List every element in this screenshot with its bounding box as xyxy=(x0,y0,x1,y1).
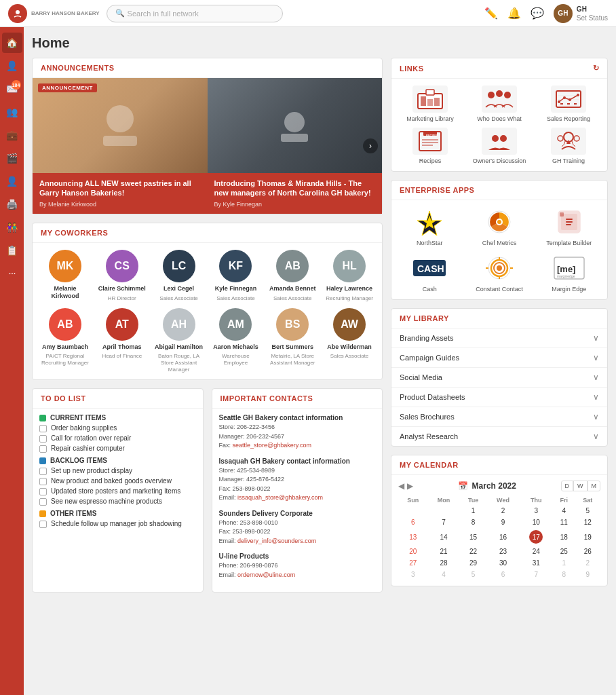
cal-day[interactable]: 24 xyxy=(519,546,553,557)
cal-day[interactable]: 9 xyxy=(487,516,520,528)
sidebar-item-print[interactable]: 🖨️ xyxy=(2,194,22,214)
todo-checkbox-6[interactable] xyxy=(39,488,47,495)
todo-checkbox-5[interactable] xyxy=(39,478,47,485)
cal-day[interactable]: 29 xyxy=(460,557,487,569)
cal-day[interactable]: 4 xyxy=(553,505,575,516)
sidebar-item-home[interactable]: 🏠 xyxy=(2,33,22,53)
coworker-abe[interactable]: AW Abe Wilderman Sales Associate xyxy=(324,308,375,373)
cal-day[interactable]: 3 xyxy=(519,505,553,516)
link-sales-reporting[interactable]: Sales Reporting xyxy=(537,86,600,122)
link-gh-training[interactable]: GH Training xyxy=(537,128,600,164)
sounders-email[interactable]: delivery_info@sounders.com xyxy=(237,538,316,544)
coworker-april[interactable]: AT April Thomas Head of Finance xyxy=(96,308,148,373)
link-recipes[interactable]: RECIPES Recipes xyxy=(398,128,462,164)
app-cash[interactable]: CASH Cash xyxy=(398,253,461,293)
cal-day[interactable]: 8 xyxy=(553,569,575,580)
link-who-does-what[interactable]: Who Does What xyxy=(467,86,531,122)
library-item-product[interactable]: Product Datasheets ∨ xyxy=(391,388,607,407)
cal-day[interactable]: 21 xyxy=(428,546,460,557)
cal-day[interactable]: 27 xyxy=(398,557,428,569)
cal-day[interactable]: 9 xyxy=(575,569,600,580)
todo-checkbox-3[interactable] xyxy=(39,445,47,453)
app-chef-metrics[interactable]: Chef Metrics xyxy=(468,207,531,246)
bell-icon[interactable]: 🔔 xyxy=(507,7,521,20)
calendar-next-button[interactable]: ▶ xyxy=(407,481,413,491)
coworker-lexi[interactable]: LC Lexi Cegel Sales Associate xyxy=(153,250,205,303)
todo-checkbox-1[interactable] xyxy=(39,425,47,432)
cal-day[interactable]: 3 xyxy=(398,569,428,580)
edit-icon[interactable]: ✏️ xyxy=(484,7,498,20)
coworker-melanie[interactable]: MK Melanie Kirkwood xyxy=(39,250,91,303)
user-avatar-area[interactable]: GH GH Set Status xyxy=(554,4,608,23)
cal-day[interactable]: 7 xyxy=(428,516,460,528)
sidebar-item-user[interactable]: 👤 xyxy=(2,171,22,191)
library-item-branding[interactable]: Branding Assets ∨ xyxy=(391,328,607,348)
calendar-today[interactable]: 17 xyxy=(529,530,543,544)
todo-checkbox-7[interactable] xyxy=(39,498,47,506)
cal-day[interactable] xyxy=(398,505,428,516)
announcement-2[interactable]: Introducing Thomas & Miranda Hills - The… xyxy=(208,78,383,214)
cal-day[interactable]: 7 xyxy=(519,569,553,580)
cal-day[interactable]: 2 xyxy=(487,505,520,516)
cal-day[interactable]: 6 xyxy=(487,569,520,580)
cal-day[interactable]: 28 xyxy=(428,557,460,569)
cal-day[interactable]: 5 xyxy=(575,505,600,516)
coworker-bert[interactable]: BS Bert Summers Metairie, LA Store Assis… xyxy=(267,308,318,373)
calendar-prev-button[interactable]: ◀ xyxy=(398,481,404,491)
sidebar-item-clipboard[interactable]: 📋 xyxy=(2,240,22,261)
cal-day[interactable]: 11 xyxy=(553,516,575,528)
search-bar[interactable]: 🔍 Search in full network xyxy=(107,5,283,22)
coworker-abigail[interactable]: AH Abigail Hamilton Baton Rouge, LA Stor… xyxy=(153,308,205,373)
todo-checkbox-2[interactable] xyxy=(39,435,47,443)
sidebar-item-video[interactable]: 🎬 xyxy=(2,148,22,168)
coworker-aaron[interactable]: AM Aaron Michaels Warehouse Employee xyxy=(210,308,262,373)
link-marketing-library[interactable]: Marketing Library xyxy=(398,86,462,122)
todo-checkbox-4[interactable] xyxy=(39,468,47,475)
coworker-claire[interactable]: CS Claire Schimmel HR Director xyxy=(96,250,148,303)
cal-day[interactable]: 12 xyxy=(575,516,600,528)
coworker-kyle[interactable]: KF Kyle Finnegan Sales Associate xyxy=(210,250,262,303)
sidebar-item-more[interactable]: ··· xyxy=(2,263,22,284)
app-margin-edge[interactable]: [me] marginedge Margin Edge xyxy=(537,253,600,293)
app-northstar[interactable]: NorthStar xyxy=(398,207,461,246)
cal-day[interactable]: 20 xyxy=(398,546,428,557)
cal-day[interactable]: 17 xyxy=(519,528,553,546)
library-item-campaign[interactable]: Campaign Guides ∨ xyxy=(391,348,607,368)
link-owners-discussion[interactable]: Owner's Discussion xyxy=(467,128,531,164)
cal-day[interactable]: 23 xyxy=(487,546,520,557)
uline-email[interactable]: ordernow@uline.com xyxy=(237,571,295,578)
app-template-builder[interactable]: Template Builder xyxy=(537,207,600,246)
cal-day[interactable]: 16 xyxy=(487,528,520,546)
cal-day[interactable]: 18 xyxy=(553,528,575,546)
coworker-amy[interactable]: AB Amy Baumbach PA/CT Regional Recruitin… xyxy=(39,308,91,373)
cal-day[interactable]: 25 xyxy=(553,546,575,557)
cal-day[interactable]: 4 xyxy=(428,569,460,580)
sidebar-item-briefcase[interactable]: 💼 xyxy=(2,125,22,145)
cal-day[interactable] xyxy=(428,505,460,516)
todo-checkbox-8[interactable] xyxy=(39,521,47,528)
chat-icon[interactable]: 💬 xyxy=(531,7,544,20)
sidebar-item-profile[interactable]: 👤 xyxy=(2,56,22,76)
sidebar-item-messages[interactable]: ✉️ 184 xyxy=(2,79,22,99)
cal-day[interactable]: 1 xyxy=(460,505,487,516)
cal-day[interactable]: 30 xyxy=(487,557,520,569)
cal-day[interactable]: 1 xyxy=(553,557,575,569)
cal-day[interactable]: 19 xyxy=(575,528,600,546)
cal-day[interactable]: 15 xyxy=(460,528,487,546)
coworker-amanda[interactable]: AB Amanda Bennet Sales Associate xyxy=(267,250,318,303)
sidebar-item-people[interactable]: 👥 xyxy=(2,102,22,122)
coworker-haley[interactable]: HL Haley Lawrence Recruiting Manager xyxy=(324,250,375,303)
announcements-next-button[interactable]: › xyxy=(363,138,378,153)
seattle-email[interactable]: seattle_store@ghbakery.com xyxy=(233,442,312,449)
calendar-month-view-button[interactable]: M xyxy=(588,481,601,491)
issaquah-email[interactable]: issaquah_store@ghbakery.com xyxy=(237,494,323,501)
calendar-week-view-button[interactable]: W xyxy=(573,481,588,491)
sidebar-item-groups[interactable]: 👫 xyxy=(2,217,22,238)
cal-day[interactable]: 5 xyxy=(460,569,487,580)
cal-day[interactable]: 26 xyxy=(575,546,600,557)
calendar-day-view-button[interactable]: D xyxy=(561,481,574,491)
library-item-analyst[interactable]: Analyst Research ∨ xyxy=(391,427,607,446)
app-constant-contact[interactable]: Constant Contact xyxy=(468,253,531,293)
cal-day[interactable]: 13 xyxy=(398,528,428,546)
cal-day[interactable]: 31 xyxy=(519,557,553,569)
